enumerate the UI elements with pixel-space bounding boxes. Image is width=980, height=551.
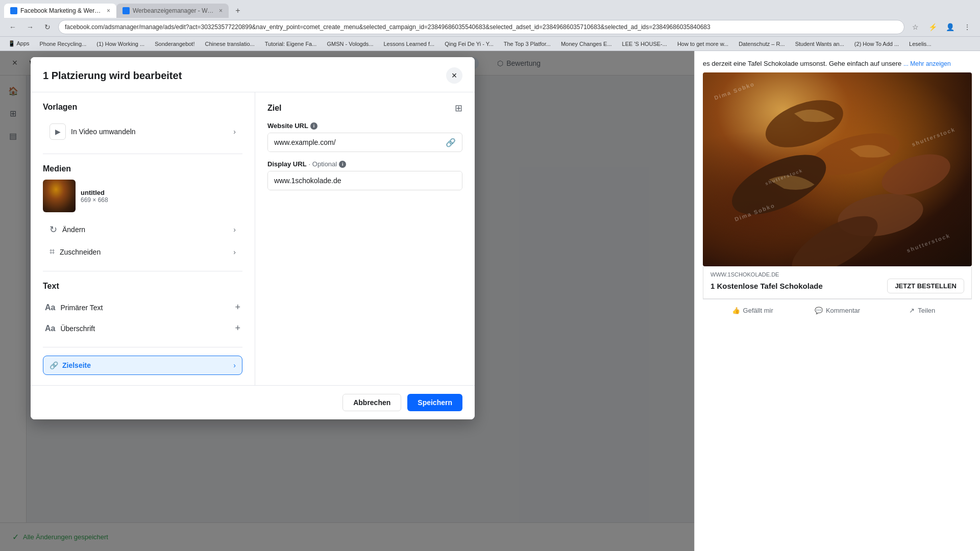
aendern-left: ↻ Ändern xyxy=(50,224,85,235)
vorlagen-title: Vorlagen xyxy=(43,103,242,112)
ad-bottom-row: 1 Kostenlose Tafel Schokolade JETZT BEST… xyxy=(710,279,964,293)
tab-close-2[interactable]: × xyxy=(219,7,223,14)
aendern-chevron-icon: › xyxy=(233,226,236,234)
primaer-label: Primärer Text xyxy=(60,304,103,312)
bookmark-12[interactable]: How to get more w... xyxy=(673,40,732,48)
save-button[interactable]: Speichern xyxy=(407,394,462,411)
ad-actions: 👍 Gefällt mir 💬 Kommentar ↗ Teilen xyxy=(703,299,972,321)
ziel-header: Ziel ⊞ xyxy=(267,103,462,114)
link-left-icon: 🔗 xyxy=(50,361,58,369)
zielseite-chevron-icon: › xyxy=(233,361,236,369)
like-icon: 👍 xyxy=(732,307,740,314)
primaer-text-item[interactable]: Aa Primärer Text + xyxy=(43,297,242,318)
bookmark-1[interactable]: Phone Recycling... xyxy=(36,40,91,48)
bookmark-5[interactable]: Tutorial: Eigene Fa... xyxy=(261,40,321,48)
teilen-label: Teilen xyxy=(918,307,935,314)
divider-2 xyxy=(43,271,242,271)
zielseite-left: 🔗 Zielseite xyxy=(50,361,91,369)
tab-favicon-2 xyxy=(122,7,130,14)
aendern-item[interactable]: ↻ Ändern › xyxy=(43,218,242,241)
bookmarks-bar: 📱 Apps Phone Recycling... (1) How Workin… xyxy=(0,37,980,51)
display-url-info-icon[interactable]: i xyxy=(339,161,346,168)
forward-button[interactable]: → xyxy=(23,20,37,34)
media-info: untitled 669 × 668 xyxy=(81,189,242,204)
website-url-input-wrapper: 🔗 xyxy=(267,133,462,152)
ueberschrift-plus-icon[interactable]: + xyxy=(235,323,240,334)
browser-tab-1[interactable]: Facebook Marketing & Werbe... × xyxy=(4,4,116,18)
bookmark-3[interactable]: Sonderangebot! xyxy=(151,40,199,48)
bookmark-2[interactable]: (1) How Working ... xyxy=(92,40,149,48)
website-url-input[interactable] xyxy=(268,133,439,152)
zielseite-item[interactable]: 🔗 Zielseite › xyxy=(43,356,242,375)
video-item[interactable]: ▶ In Video umwandeln › xyxy=(43,118,242,145)
zielseite-label: Zielseite xyxy=(62,361,91,369)
new-tab-button[interactable]: + xyxy=(231,4,245,18)
main-content: × Werbeanzeige ✏️ Bearbeiten ⬡ Bewertung… xyxy=(0,51,980,551)
website-url-group: Website URL i 🔗 xyxy=(267,122,462,152)
ueberschrift-item[interactable]: Aa Überschrift + xyxy=(43,318,242,339)
gefaellt-button[interactable]: 👍 Gefällt mir xyxy=(710,304,795,317)
website-url-info-icon[interactable]: i xyxy=(310,122,317,130)
teilen-button[interactable]: ↗ Teilen xyxy=(880,304,965,317)
zuschneiden-item[interactable]: ⌗ Zuschneiden › xyxy=(43,241,242,263)
kommentar-button[interactable]: 💬 Kommentar xyxy=(795,304,879,317)
play-icon: ▶ xyxy=(55,128,61,136)
video-item-left: ▶ In Video umwandeln xyxy=(50,123,136,140)
bookmark-13[interactable]: Datenschutz – R... xyxy=(734,40,789,48)
ueberschrift-aa-icon: Aa xyxy=(45,324,55,333)
cancel-button[interactable]: Abbrechen xyxy=(342,394,401,411)
ad-headline: 1 Kostenlose Tafel Schokolade xyxy=(710,282,883,290)
page-container: Facebook Marketing & Werbe... × Werbeanz… xyxy=(0,0,980,551)
divider-3 xyxy=(43,347,242,347)
bookmark-15[interactable]: (2) How To Add ... xyxy=(850,40,903,48)
preview-panel: es derzeit eine Tafel Schokolade umsonst… xyxy=(694,76,980,551)
bookmark-6[interactable]: GMSN - Vologds... xyxy=(323,40,377,48)
ueberschrift-left: Aa Überschrift xyxy=(45,324,95,333)
tab-label-1: Facebook Marketing & Werbe... xyxy=(20,7,102,14)
comment-icon: 💬 xyxy=(815,307,823,314)
primaer-plus-icon[interactable]: + xyxy=(235,302,240,313)
primaer-aa-icon: Aa xyxy=(45,303,55,312)
reload-button[interactable]: ↻ xyxy=(41,20,54,34)
video-icon-box: ▶ xyxy=(50,123,66,140)
display-url-input[interactable] xyxy=(268,171,462,190)
modal-right-panel: Ziel ⊞ Website URL i xyxy=(255,92,475,385)
bookmark-16[interactable]: Leselis... xyxy=(905,40,935,48)
bookmark-9[interactable]: The Top 3 Platfor... xyxy=(500,40,555,48)
cta-button[interactable]: JETZT BESTELLEN xyxy=(887,279,964,293)
gefaellt-label: Gefällt mir xyxy=(743,307,773,314)
ad-domain: WWW.1SCHOKOLADE.DE xyxy=(710,271,964,278)
grid-icon[interactable]: ⊞ xyxy=(455,103,462,114)
tab-close-1[interactable]: × xyxy=(107,7,110,14)
bookmark-apps[interactable]: 📱 Apps xyxy=(4,39,34,48)
media-name: untitled xyxy=(81,189,242,196)
modal-left-panel: Vorlagen ▶ In Video umwandeln › xyxy=(31,92,255,385)
back-button[interactable]: ← xyxy=(6,20,19,34)
ad-edit-modal: 1 Platzierung wird bearbeitet × Vorlagen xyxy=(31,76,475,419)
display-url-group: Display URL · Optional i xyxy=(267,160,462,190)
extensions-button[interactable]: ⚡ xyxy=(926,20,939,34)
bookmark-7[interactable]: Lessons Learned f... xyxy=(380,40,439,48)
address-bar[interactable]: facebook.com/adsmanager/manage/ads/edit?… xyxy=(58,20,904,34)
bookmark-button[interactable]: ☆ xyxy=(909,20,922,34)
menu-button[interactable]: ⋮ xyxy=(961,20,974,34)
medien-section: Medien untitled 669 × 668 xyxy=(43,164,242,263)
bookmark-11[interactable]: LEE 'S HOUSE-... xyxy=(618,40,671,48)
modal-close-button[interactable]: × xyxy=(446,76,462,84)
modal-body: Vorlagen ▶ In Video umwandeln › xyxy=(31,92,475,385)
tab-label-2: Werbeanzeigemanager - We... xyxy=(133,7,214,14)
bookmark-10[interactable]: Money Changes E... xyxy=(557,40,616,48)
text-title: Text xyxy=(43,282,242,291)
bookmark-8[interactable]: Qing Fei De Yi - Y... xyxy=(440,40,498,48)
ziel-title: Ziel xyxy=(267,104,282,113)
browser-tab-2[interactable]: Werbeanzeigemanager - We... × xyxy=(116,4,229,18)
modal-header: 1 Platzierung wird bearbeitet × xyxy=(31,76,475,92)
profile-button[interactable]: 👤 xyxy=(943,20,957,34)
website-url-label-text: Website URL xyxy=(267,122,308,130)
zuschneiden-left: ⌗ Zuschneiden xyxy=(50,246,101,257)
website-url-label: Website URL i xyxy=(267,122,462,130)
bookmark-14[interactable]: Student Wants an... xyxy=(791,40,848,48)
url-link-icon[interactable]: 🔗 xyxy=(439,138,462,147)
refresh-icon: ↻ xyxy=(50,224,57,235)
bookmark-4[interactable]: Chinese translatio... xyxy=(201,40,258,48)
